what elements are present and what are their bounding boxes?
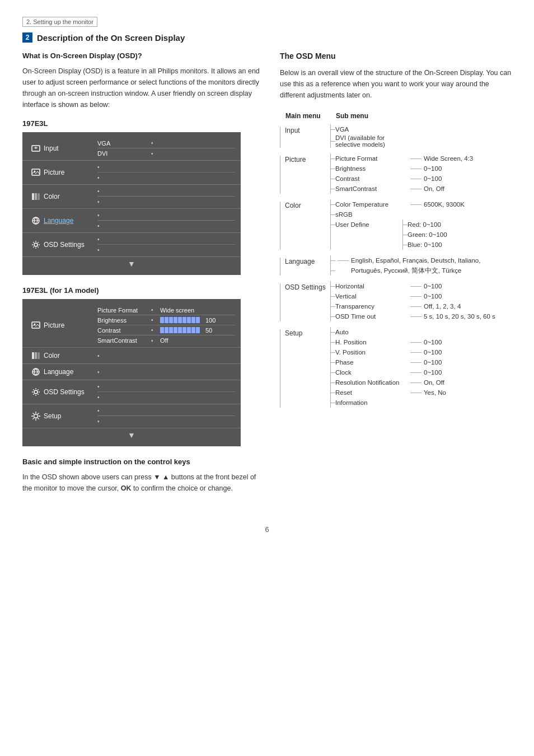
setup-branch: Auto H. Position 0~100 V. Position 0~100 bbox=[330, 327, 512, 408]
hposition-label: H. Position bbox=[335, 339, 408, 346]
contrast-bar bbox=[160, 327, 200, 333]
left-column: What is On-Screen Display (OSD)? On-Scre… bbox=[22, 52, 263, 503]
setup-icon bbox=[28, 410, 44, 422]
osd-arrow: ▼ bbox=[22, 257, 241, 270]
model2-label: 197E3L (for 1A model) bbox=[22, 286, 263, 295]
osd-sub-input: VGA • DVI • bbox=[94, 138, 235, 158]
osd-menu-intro: Below is an overall view of the structur… bbox=[280, 67, 512, 101]
osd-sub-color2: • bbox=[97, 197, 235, 207]
reset-value: Yes, No bbox=[424, 389, 446, 396]
horizontal-value: 0~100 bbox=[424, 283, 442, 290]
vposition-value: 0~100 bbox=[424, 349, 442, 356]
blue-define: Blue: 0~100 bbox=[407, 240, 512, 250]
language-line1: English, Español, Français, Deutsch, Ita… bbox=[335, 255, 512, 265]
osd2-sub-lang1: • bbox=[97, 367, 235, 377]
setup-main-label: Setup bbox=[285, 329, 302, 337]
tree-section-setup: Setup Auto H. Position 0~100 V. Position bbox=[280, 327, 512, 408]
osd2-row-osdsettings: OSD Settings • • bbox=[22, 380, 241, 404]
svg-point-14 bbox=[34, 390, 38, 394]
smartcontrast-label: SmartContrast bbox=[335, 185, 408, 192]
osd2-sub-format: Picture Format • Wide screen bbox=[97, 305, 235, 315]
tree-section-color: Color Color Temperature 6500K, 9300K sRG… bbox=[280, 199, 512, 250]
svg-rect-1 bbox=[32, 169, 40, 175]
osd2-format-value: Wide screen bbox=[160, 307, 194, 314]
picture-format-value: Wide Screen, 4:3 bbox=[424, 155, 473, 162]
contrast-value: 50 bbox=[205, 327, 212, 334]
picture-format: Picture Format Wide Screen, 4:3 bbox=[335, 153, 512, 164]
red-label: Red: 0~100 bbox=[407, 221, 463, 228]
model1-label: 197E3L bbox=[22, 119, 263, 128]
picture-smartcontrast: SmartContrast On, Off bbox=[335, 184, 512, 194]
language2-icon bbox=[28, 366, 44, 378]
tree-main-input: Input bbox=[280, 124, 330, 148]
down-arrow-icon: ▼ bbox=[128, 259, 135, 268]
sub-menu-header: Sub menu bbox=[336, 112, 512, 120]
osdsettings-branch: Horizontal 0~100 Vertical 0~100 Transpar… bbox=[330, 281, 512, 321]
osd-label-color: Color bbox=[44, 193, 94, 200]
osd2-sub-language: • bbox=[94, 367, 235, 377]
section-number: 2 bbox=[22, 32, 32, 43]
osd-body: On-Screen Display (OSD) is a feature in … bbox=[22, 66, 263, 110]
osd-sub-dvi: DVI • bbox=[97, 148, 235, 158]
osd2-arrow: ▼ bbox=[22, 428, 241, 442]
input-vga: VGA bbox=[335, 124, 512, 134]
osdsettings-main-label: OSD Settings bbox=[285, 283, 326, 291]
tree-section-osdsettings: OSD Settings Horizontal 0~100 Vertical 0… bbox=[280, 281, 512, 321]
svg-rect-8 bbox=[32, 322, 40, 328]
svg-point-7 bbox=[34, 243, 38, 246]
setup-reset: Reset Yes, No bbox=[335, 388, 512, 398]
osd2-smartcontrast-value: Off bbox=[160, 337, 168, 344]
vertical-label: Vertical bbox=[335, 293, 408, 300]
osd2-sub-contrast: Contrast • 50 bbox=[97, 325, 235, 335]
osd-sub-color: • • bbox=[94, 186, 235, 207]
osd2-sub-setup: • • bbox=[94, 406, 235, 426]
osd-label-input: Input bbox=[44, 144, 94, 152]
color-srgb: sRGB bbox=[335, 209, 512, 220]
color-temp-value: 6500K, 9300K bbox=[424, 201, 465, 208]
picture-main-label: Picture bbox=[285, 156, 306, 164]
phase-value: 0~100 bbox=[424, 359, 442, 366]
osd-sub-osd2: • bbox=[97, 245, 235, 255]
tree-section-input: Input VGA DVI (available for selective m… bbox=[280, 124, 512, 148]
osd-settings-icon bbox=[28, 239, 44, 251]
setup-vposition: V. Position 0~100 bbox=[335, 347, 512, 357]
osd-sub-lang1: • bbox=[97, 211, 235, 221]
clock-label: Clock bbox=[335, 369, 408, 376]
picture-contrast: Contrast 0~100 bbox=[335, 174, 512, 184]
picture-branch: Picture Format Wide Screen, 4:3 Brightne… bbox=[330, 153, 512, 194]
picture2-icon bbox=[28, 319, 44, 332]
osd2-brightness-label: Brightness bbox=[97, 317, 148, 324]
osd-sub-lang2: • bbox=[97, 221, 235, 231]
brightness-label: Brightness bbox=[335, 165, 408, 172]
red-define: Red: 0~100 bbox=[407, 220, 512, 230]
brightness-range: 0~100 bbox=[424, 165, 442, 172]
osd2-label-color: Color bbox=[44, 352, 94, 360]
osd2-label-osdsettings: OSD Settings bbox=[44, 388, 94, 396]
osd2-sub-setup1: • bbox=[97, 406, 235, 416]
osd-sub-vga: VGA • bbox=[97, 138, 235, 148]
osd2-row-color: Color • bbox=[22, 348, 241, 364]
input-main-label: Input bbox=[285, 127, 300, 134]
blue-label: Blue: 0~100 bbox=[407, 241, 463, 248]
userdefine-sub: Red: 0~100 Green: 0~100 Blue: 0~100 bbox=[402, 220, 512, 250]
timeout-label: OSD Time out bbox=[335, 313, 408, 320]
picture-format-label: Picture Format bbox=[335, 155, 408, 162]
osd-sub-language: • • bbox=[94, 211, 235, 231]
brightness-bar bbox=[160, 317, 200, 323]
userdefine-label: User Define bbox=[335, 221, 408, 228]
ok-label: OK bbox=[121, 484, 132, 492]
hposition-value: 0~100 bbox=[424, 339, 442, 346]
down-arrow2-icon: ▼ bbox=[128, 431, 135, 440]
green-define: Green: 0~100 bbox=[407, 230, 512, 240]
model2-osd: Picture Picture Format • Wide screen Bri… bbox=[22, 299, 241, 446]
control-keys-text-suffix: to confirm the choice or change. bbox=[132, 484, 233, 492]
osd2-format-label: Picture Format bbox=[97, 307, 148, 314]
language-main-label: Language bbox=[285, 258, 315, 265]
osd-sub-color1: • bbox=[97, 186, 235, 197]
tree-main-language: Language bbox=[280, 255, 330, 276]
color2-icon bbox=[28, 349, 44, 362]
svg-point-15 bbox=[34, 414, 38, 418]
osd-sub-pic2: • bbox=[97, 172, 235, 183]
vertical-value: 0~100 bbox=[424, 293, 442, 300]
control-keys-heading: Basic and simple instruction on the cont… bbox=[22, 458, 263, 466]
